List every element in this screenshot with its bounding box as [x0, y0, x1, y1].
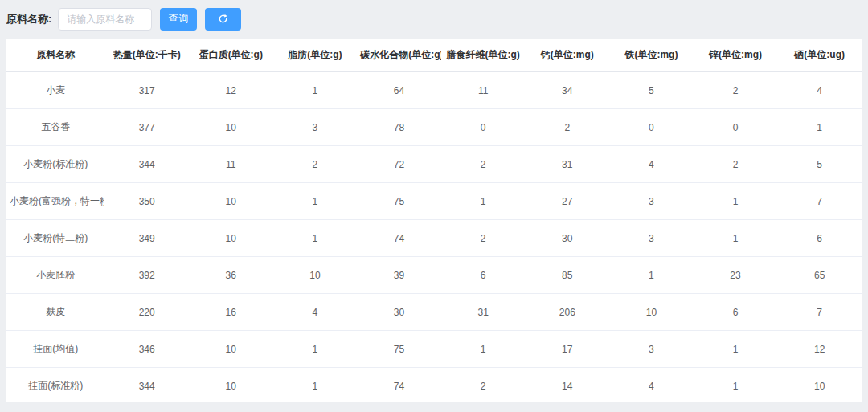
ingredient-name-cell: 五谷香 — [6, 109, 104, 146]
value-cell: 11 — [189, 146, 273, 183]
value-cell: 10 — [273, 257, 358, 294]
value-cell: 75 — [357, 183, 441, 220]
value-cell: 30 — [525, 220, 609, 257]
value-cell: 75 — [357, 331, 441, 368]
value-cell: 346 — [104, 331, 189, 368]
value-cell: 2 — [441, 220, 526, 257]
value-cell: 16 — [189, 294, 273, 331]
value-cell: 1 — [441, 331, 526, 368]
column-header-0: 原料名称 — [6, 39, 104, 72]
value-cell: 78 — [357, 109, 441, 146]
ingredient-name-cell: 小麦胚粉 — [6, 257, 104, 294]
table-row[interactable]: 小麦粉(标准粉)34411272231425 — [6, 146, 862, 183]
column-header-4: 碳水化合物(单位:g) — [357, 39, 441, 72]
value-cell: 31 — [525, 146, 609, 183]
column-header-9: 硒(单位:ug) — [777, 39, 862, 72]
search-bar: 原料名称: 查询 — [0, 0, 868, 39]
value-cell: 12 — [189, 72, 273, 109]
value-cell: 6 — [777, 220, 862, 257]
value-cell: 392 — [104, 257, 189, 294]
table-row[interactable]: 小麦粉(富强粉，特一粉)35010175127317 — [6, 183, 862, 220]
value-cell: 4 — [609, 368, 694, 402]
value-cell: 10 — [189, 331, 273, 368]
table-row[interactable]: 挂面(标准粉)344101742144110 — [6, 368, 862, 402]
value-cell: 1 — [694, 220, 778, 257]
value-cell: 1 — [273, 72, 358, 109]
value-cell: 23 — [694, 257, 778, 294]
ingredient-name-cell: 小麦粉(富强粉，特一粉) — [6, 183, 104, 220]
value-cell: 2 — [525, 109, 609, 146]
table-row[interactable]: 五谷香3771037802001 — [6, 109, 862, 146]
value-cell: 2 — [694, 146, 778, 183]
value-cell: 1 — [273, 368, 358, 402]
column-header-2: 蛋白质(单位:g) — [189, 39, 273, 72]
table-row[interactable]: 麸皮22016430312061067 — [6, 294, 862, 331]
value-cell: 64 — [357, 72, 441, 109]
value-cell: 349 — [104, 220, 189, 257]
value-cell: 317 — [104, 72, 189, 109]
value-cell: 1 — [694, 368, 778, 402]
value-cell: 350 — [104, 183, 189, 220]
value-cell: 10 — [189, 220, 273, 257]
column-header-3: 脂肪(单位:g) — [273, 39, 358, 72]
value-cell: 10 — [777, 368, 862, 402]
ingredient-name-input[interactable] — [58, 8, 152, 31]
value-cell: 27 — [525, 183, 609, 220]
value-cell: 2 — [273, 146, 358, 183]
value-cell: 3 — [273, 109, 358, 146]
value-cell: 1 — [273, 220, 358, 257]
value-cell: 10 — [609, 294, 694, 331]
value-cell: 36 — [189, 257, 273, 294]
value-cell: 1 — [273, 183, 358, 220]
value-cell: 10 — [189, 368, 273, 402]
ingredient-nutrition-page: 原料名称: 查询 原料名称热量(单位:千卡)蛋白质(单位:g)脂肪(单位:g)碳… — [0, 0, 868, 412]
value-cell: 12 — [777, 331, 862, 368]
table-row[interactable]: 小麦粉(特二粉)34910174230316 — [6, 220, 862, 257]
value-cell: 14 — [525, 368, 609, 402]
value-cell: 0 — [609, 109, 694, 146]
value-cell: 34 — [525, 72, 609, 109]
value-cell: 344 — [104, 368, 189, 402]
value-cell: 4 — [609, 146, 694, 183]
value-cell: 344 — [104, 146, 189, 183]
refresh-button[interactable] — [205, 8, 241, 31]
value-cell: 10 — [189, 183, 273, 220]
value-cell: 31 — [441, 294, 526, 331]
value-cell: 3 — [609, 220, 694, 257]
value-cell: 74 — [357, 368, 441, 402]
value-cell: 0 — [441, 109, 526, 146]
value-cell: 1 — [273, 331, 358, 368]
nutrition-table: 原料名称热量(单位:千卡)蛋白质(单位:g)脂肪(单位:g)碳水化合物(单位:g… — [6, 39, 862, 402]
value-cell: 6 — [694, 294, 778, 331]
value-cell: 30 — [357, 294, 441, 331]
table-header-row: 原料名称热量(单位:千卡)蛋白质(单位:g)脂肪(单位:g)碳水化合物(单位:g… — [6, 39, 862, 72]
value-cell: 206 — [525, 294, 609, 331]
ingredient-name-label: 原料名称: — [6, 12, 51, 27]
column-header-6: 钙(单位:mg) — [525, 39, 609, 72]
value-cell: 74 — [357, 220, 441, 257]
value-cell: 1 — [777, 109, 862, 146]
value-cell: 1 — [694, 183, 778, 220]
query-button[interactable]: 查询 — [160, 8, 197, 31]
value-cell: 5 — [609, 72, 694, 109]
value-cell: 5 — [777, 146, 862, 183]
value-cell: 4 — [273, 294, 358, 331]
table-row[interactable]: 小麦胚粉39236103968512365 — [6, 257, 862, 294]
value-cell: 65 — [777, 257, 862, 294]
ingredient-name-cell: 挂面(标准粉) — [6, 368, 104, 402]
ingredient-name-cell: 小麦粉(标准粉) — [6, 146, 104, 183]
ingredient-name-cell: 小麦 — [6, 72, 104, 109]
value-cell: 7 — [777, 294, 862, 331]
table-row[interactable]: 小麦317121641134524 — [6, 72, 862, 109]
value-cell: 4 — [777, 72, 862, 109]
value-cell: 7 — [777, 183, 862, 220]
ingredient-name-cell: 小麦粉(特二粉) — [6, 220, 104, 257]
value-cell: 1 — [609, 257, 694, 294]
table-row[interactable]: 挂面(均值)346101751173112 — [6, 331, 862, 368]
value-cell: 85 — [525, 257, 609, 294]
value-cell: 2 — [441, 368, 526, 402]
ingredient-name-cell: 挂面(均值) — [6, 331, 104, 368]
value-cell: 2 — [441, 146, 526, 183]
value-cell: 6 — [441, 257, 526, 294]
value-cell: 377 — [104, 109, 189, 146]
